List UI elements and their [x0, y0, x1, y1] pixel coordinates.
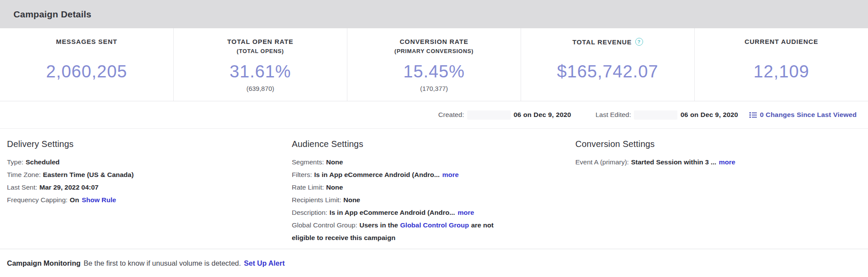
last-edited-by-redacted [634, 110, 677, 120]
setting-value: Started Session within 3 ... [631, 158, 716, 166]
help-tooltip-icon[interactable]: ? [635, 38, 643, 46]
changes-link-label: 0 Changes Since Last Viewed [760, 111, 857, 119]
global-control-group-link[interactable]: Global Control Group [400, 221, 469, 229]
stat-value: 31.61% [174, 62, 347, 80]
stat-sublabel: (TOTAL OPENS) [174, 48, 347, 54]
last-edited-value: 06 on Dec 9, 2020 [680, 111, 738, 119]
setting-filters: Filters:Is in App eCommerce Android (And… [292, 168, 501, 181]
stat-subvalue [0, 85, 173, 93]
event-more-link[interactable]: more [719, 158, 736, 166]
setting-value: On [70, 196, 79, 204]
delivery-settings-section: Delivery Settings Type:Scheduled Time Zo… [7, 139, 292, 249]
setting-label: Frequency Capping: [7, 196, 68, 204]
stat-sublabel: (PRIMARY CONVERSIONS) [347, 48, 521, 54]
setting-value: Eastern Time (US & Canada) [43, 171, 134, 178]
created-by-redacted [467, 110, 511, 120]
set-up-alert-link[interactable]: Set Up Alert [244, 259, 285, 267]
created-label: Created: [438, 111, 464, 119]
settings-area: Delivery Settings Type:Scheduled Time Zo… [0, 129, 868, 249]
change-log-list-icon [749, 112, 757, 118]
stat-value: 12,109 [695, 62, 868, 80]
page-title: Campaign Details [13, 9, 91, 20]
setting-segments: Segments:None [292, 156, 501, 168]
stat-subvalue: (639,870) [174, 85, 347, 93]
monitoring-description: Be the first to know if unusual volume i… [84, 259, 241, 267]
setting-value: None [343, 196, 360, 204]
setting-label: Rate Limit: [292, 184, 324, 191]
description-more-link[interactable]: more [458, 209, 474, 216]
setting-label: Filters: [292, 171, 312, 178]
stat-label: CONVERSION RATE [347, 38, 521, 45]
setting-rate-limit: Rate Limit:None [292, 181, 501, 194]
setting-type: Type:Scheduled [7, 156, 292, 168]
changes-since-last-viewed-link[interactable]: 0 Changes Since Last Viewed [749, 111, 857, 119]
setting-recipients-limit: Recipients Limit:None [292, 194, 501, 206]
setting-global-control-group: Global Control Group:Users in theGlobal … [292, 219, 501, 244]
setting-description: Description:Is in App eCommerce Android … [292, 206, 501, 219]
audience-settings-title: Audience Settings [292, 139, 575, 149]
meta-row: Created: 06 on Dec 9, 2020 Last Edited: … [0, 101, 868, 129]
campaign-details-header: Campaign Details [0, 0, 868, 28]
audience-settings-section: Audience Settings Segments:None Filters:… [292, 139, 575, 249]
stat-total-revenue: TOTAL REVENUE? $165,742.07 [521, 28, 694, 101]
setting-label: Type: [7, 158, 23, 166]
setting-value: None [326, 158, 343, 166]
setting-label: Global Control Group: [292, 221, 357, 229]
stat-conversion-rate: CONVERSION RATE (PRIMARY CONVERSIONS) 15… [347, 28, 521, 101]
stat-subvalue [695, 85, 868, 93]
setting-label: Time Zone: [7, 171, 41, 178]
setting-value: None [326, 184, 343, 191]
stat-messages-sent: MESSAGES SENT 2,060,205 [0, 28, 173, 101]
stat-value: 15.45% [347, 62, 521, 80]
last-edited-label: Last Edited: [595, 111, 631, 119]
setting-label: Recipients Limit: [292, 196, 341, 204]
setting-value: Is in App eCommerce Android (Andro... [330, 209, 455, 216]
stat-label: MESSAGES SENT [0, 38, 173, 45]
stat-current-audience: CURRENT AUDIENCE 12,109 [694, 28, 868, 101]
delivery-settings-title: Delivery Settings [7, 139, 292, 149]
filters-more-link[interactable]: more [442, 171, 459, 178]
conversion-settings-section: Conversion Settings Event A (primary):St… [575, 139, 868, 249]
show-rule-link[interactable]: Show Rule [82, 196, 116, 204]
created-value: 06 on Dec 9, 2020 [514, 111, 571, 119]
campaign-monitoring-bar: Campaign Monitoring Be the first to know… [0, 249, 868, 277]
stat-subvalue [521, 85, 694, 93]
stat-total-open-rate: TOTAL OPEN RATE (TOTAL OPENS) 31.61% (63… [173, 28, 347, 101]
setting-event-a-primary: Event A (primary):Started Session within… [575, 156, 868, 168]
setting-value: Users in the [360, 221, 398, 229]
setting-time-zone: Time Zone:Eastern Time (US & Canada) [7, 168, 292, 181]
setting-last-sent: Last Sent:Mar 29, 2022 04:07 [7, 181, 292, 194]
stat-value: $165,742.07 [521, 62, 694, 80]
setting-label: Segments: [292, 158, 324, 166]
stat-subvalue: (170,377) [347, 85, 521, 93]
stat-label: CURRENT AUDIENCE [695, 38, 868, 45]
stat-label-text: TOTAL REVENUE [572, 38, 632, 46]
setting-label: Last Sent: [7, 184, 37, 191]
setting-label: Event A (primary): [575, 158, 629, 166]
setting-value: Scheduled [26, 158, 59, 166]
conversion-settings-title: Conversion Settings [575, 139, 868, 149]
monitoring-title: Campaign Monitoring [7, 259, 81, 267]
stat-label: TOTAL OPEN RATE [174, 38, 347, 45]
stats-row: MESSAGES SENT 2,060,205 TOTAL OPEN RATE … [0, 28, 868, 101]
setting-label: Description: [292, 209, 327, 216]
setting-value: Is in App eCommerce Android (Andro... [314, 171, 440, 178]
stat-value: 2,060,205 [0, 62, 173, 80]
setting-frequency-capping: Frequency Capping:OnShow Rule [7, 194, 292, 206]
stat-label: TOTAL REVENUE? [521, 38, 694, 46]
setting-value: Mar 29, 2022 04:07 [40, 184, 99, 191]
